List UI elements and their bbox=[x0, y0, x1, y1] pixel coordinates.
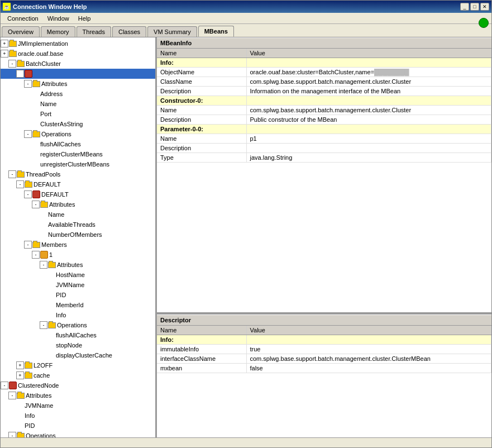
title-buttons: _ □ ✕ bbox=[460, 3, 489, 11]
table-row: Name p1 bbox=[157, 134, 491, 144]
row-value bbox=[246, 125, 491, 134]
tree-item-l2off[interactable]: + L2OFF bbox=[1, 360, 155, 370]
tree-item-info2[interactable]: Info bbox=[1, 411, 155, 421]
expand-attributes4[interactable]: - bbox=[8, 392, 16, 399]
tree-label: L2OFF bbox=[34, 362, 52, 369]
tree-item-memberid[interactable]: MemberId bbox=[1, 300, 155, 310]
tree-item-batchcluster[interactable]: - BatchCluster bbox=[1, 59, 155, 69]
tree-item-members[interactable]: - Members bbox=[1, 240, 155, 250]
expand-attributes[interactable]: - bbox=[24, 80, 32, 88]
expand-operations2[interactable]: - bbox=[40, 321, 47, 329]
tree-item-name[interactable]: Name bbox=[1, 99, 155, 109]
menu-help[interactable]: Help bbox=[74, 14, 95, 23]
tab-threads[interactable]: Threads bbox=[77, 26, 111, 37]
tree-item-default1[interactable]: - DEFAULT bbox=[1, 179, 155, 189]
tree-item-default2[interactable]: - DEFAULT bbox=[1, 189, 155, 199]
tree-item-operations[interactable]: - Operations bbox=[1, 129, 155, 139]
tree-panel[interactable]: + JMImplementation + oracle.ouaf.base - … bbox=[1, 37, 157, 437]
menu-window[interactable]: Window bbox=[43, 14, 74, 23]
table-row: Type java.lang.String bbox=[157, 153, 491, 163]
tree-item-threadpools[interactable]: - ThreadPools bbox=[1, 169, 155, 179]
expand-member1[interactable]: - bbox=[32, 251, 40, 259]
tree-item-attributes2[interactable]: - Attributes bbox=[1, 199, 155, 209]
tab-mbeans[interactable]: MBeans bbox=[198, 26, 234, 37]
expand-attributes3[interactable]: - bbox=[40, 261, 47, 269]
expand-attributes2[interactable]: - bbox=[32, 201, 40, 208]
tree-item-jmimpl[interactable]: + JMImplementation bbox=[1, 39, 155, 49]
tree-label: AvailableThreads bbox=[48, 221, 95, 228]
expand-cache[interactable]: + bbox=[16, 371, 24, 379]
expand-threadpools[interactable]: - bbox=[8, 170, 16, 178]
expand-clusterednode[interactable]: - bbox=[1, 382, 8, 389]
expand-default1[interactable]: - bbox=[16, 180, 24, 188]
expand-l2off[interactable]: + bbox=[16, 361, 24, 369]
descriptor-table-container[interactable]: Name Value Info: immutableInfo tr bbox=[157, 326, 491, 437]
tree-label: PID bbox=[56, 292, 66, 298]
tree-item-pid2[interactable]: PID bbox=[1, 421, 155, 431]
tree-item-clusterednode[interactable]: - ClusteredNode bbox=[1, 380, 155, 390]
tree-item-hostname[interactable]: HostName bbox=[1, 270, 155, 280]
table-row: Description Information on the managemen… bbox=[157, 87, 491, 96]
tree-item-clusterasstring[interactable]: ClusterAsString bbox=[1, 119, 155, 129]
gear-icon bbox=[40, 251, 48, 259]
tree-item-oracle[interactable]: + oracle.ouaf.base bbox=[1, 49, 155, 59]
tree-item-displayclustercache[interactable]: displayClusterCache bbox=[1, 350, 155, 360]
mbeaninfo-header: MBeanInfo bbox=[157, 37, 491, 49]
row-value: com.splwg.base.support.batch.management.… bbox=[246, 354, 491, 364]
tree-item-attributes4[interactable]: - Attributes bbox=[1, 390, 155, 401]
tree-label: BatchCluster bbox=[26, 60, 61, 67]
expand-operations3[interactable]: - bbox=[8, 432, 16, 437]
folder-icon bbox=[17, 393, 25, 399]
tree-item-port[interactable]: Port bbox=[1, 109, 155, 119]
tree-item-jvmname2[interactable]: JVMName bbox=[1, 401, 155, 411]
tree-label: flushAllCaches bbox=[40, 141, 81, 147]
tree-item-registercluster[interactable]: registerClusterMBeans bbox=[1, 149, 155, 159]
expand-jmimpl[interactable]: + bbox=[1, 40, 8, 47]
tree-item-unregistercluster[interactable]: unregisterClusterMBeans bbox=[1, 159, 155, 169]
tree-item-flushallcaches[interactable]: flushAllCaches bbox=[1, 139, 155, 149]
tree-item-name2[interactable]: Name bbox=[1, 209, 155, 220]
tree-item-pid[interactable]: PID bbox=[1, 290, 155, 300]
row-name: Description bbox=[157, 115, 246, 125]
tree-item-operations3[interactable]: - Operations bbox=[1, 431, 155, 437]
tree-item-jvmname[interactable]: JVMName bbox=[1, 280, 155, 290]
tree-label: Name bbox=[48, 211, 64, 218]
tab-classes[interactable]: Classes bbox=[112, 26, 146, 37]
tree-item-numberofmembers[interactable]: NumberOfMembers bbox=[1, 230, 155, 240]
minimize-button[interactable]: _ bbox=[460, 3, 469, 11]
right-panel: MBeanInfo Name Value Info: bbox=[157, 37, 491, 437]
tree-label: JMImplementation bbox=[18, 40, 68, 47]
tree-item-operations2[interactable]: - Operations bbox=[1, 320, 155, 330]
tab-memory[interactable]: Memory bbox=[41, 26, 75, 37]
expand-members[interactable]: - bbox=[24, 241, 32, 249]
tree-item-info[interactable]: Info bbox=[1, 310, 155, 320]
tree-item-flushallcaches2[interactable]: flushAllCaches bbox=[1, 330, 155, 340]
tree-item-availablethreads[interactable]: AvailableThreads bbox=[1, 220, 155, 230]
tree-label: Name bbox=[40, 101, 56, 107]
expand-default2[interactable]: - bbox=[24, 190, 32, 198]
row-value: false bbox=[246, 364, 491, 373]
tree-item-member1[interactable]: - 1 bbox=[1, 250, 155, 260]
mbeaninfo-table-container[interactable]: Name Value Info: ObjectName oracl bbox=[157, 49, 491, 312]
tree-label: Attributes bbox=[41, 80, 67, 87]
close-button[interactable]: ✕ bbox=[480, 3, 489, 11]
tree-item-bean-selected[interactable]: - bbox=[1, 69, 155, 79]
tree-item-attributes3[interactable]: - Attributes bbox=[1, 260, 155, 270]
expand-oracle[interactable]: + bbox=[1, 50, 8, 58]
tab-vmsummary[interactable]: VM Summary bbox=[147, 26, 197, 37]
col-header-value: Value bbox=[246, 49, 491, 58]
expand-operations[interactable]: - bbox=[24, 130, 32, 138]
expand-batchcluster[interactable]: - bbox=[8, 60, 16, 68]
tree-item-stopnode[interactable]: stopNode bbox=[1, 340, 155, 350]
maximize-button[interactable]: □ bbox=[470, 3, 479, 11]
tree-item-attributes[interactable]: - Attributes bbox=[1, 79, 155, 89]
tree-item-address[interactable]: Address bbox=[1, 89, 155, 99]
folder-icon bbox=[9, 51, 17, 57]
app-icon: ☕ bbox=[3, 3, 11, 11]
expand-bean[interactable]: - bbox=[16, 70, 24, 78]
row-value: Public constructor of the MBean bbox=[246, 115, 491, 125]
menu-connection[interactable]: Connection bbox=[3, 14, 43, 23]
row-value bbox=[246, 58, 491, 68]
tab-overview[interactable]: Overview bbox=[2, 26, 40, 37]
tree-item-cache[interactable]: + cache bbox=[1, 370, 155, 380]
